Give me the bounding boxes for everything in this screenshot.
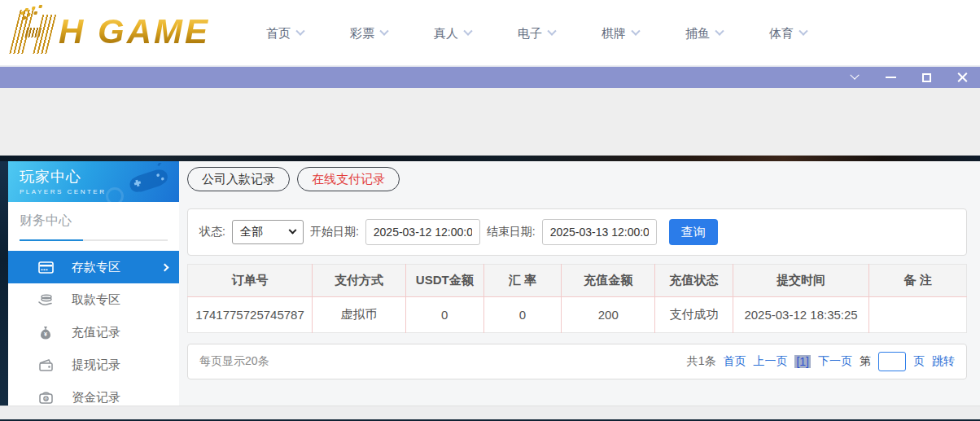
main-nav: 首页 彩票 真人 电子 棋牌 捕鱼 体育 — [266, 0, 807, 67]
section-divider — [20, 239, 168, 241]
query-button[interactable]: 查询 — [669, 219, 718, 245]
nav-item-cards[interactable]: 棋牌 — [602, 26, 639, 42]
finance-center-label: 财务中心 — [20, 213, 168, 230]
start-date-input[interactable] — [365, 219, 480, 245]
empty-panel — [0, 88, 980, 156]
col-usdt-amount: USDT金额 — [405, 265, 483, 297]
gamepad-icon — [125, 163, 173, 200]
chevron-right-icon — [161, 263, 169, 271]
end-date-label: 结束日期: — [487, 225, 536, 239]
maximize-button[interactable] — [920, 71, 933, 84]
sidebar-item-withdraw-zone[interactable]: 取款专区 — [8, 283, 179, 316]
minimize-icon — [886, 77, 896, 78]
sidebar-item-withdrawal-records[interactable]: 提现记录 — [8, 349, 179, 381]
nav-label: 棋牌 — [602, 26, 626, 42]
page-number-input[interactable] — [878, 352, 906, 371]
chevron-down-icon — [798, 27, 807, 36]
nav-item-sports[interactable]: 体育 — [769, 26, 807, 42]
nav-label: 体育 — [769, 26, 794, 42]
nav-label: 电子 — [518, 26, 542, 42]
page-size-label: 每页显示20条 — [199, 354, 269, 369]
nav-item-lottery[interactable]: 彩票 — [350, 26, 387, 42]
svg-text:¥: ¥ — [44, 331, 47, 337]
coin-purse-icon: ¥ — [37, 389, 54, 406]
chevron-down-icon — [631, 27, 640, 36]
end-date-input[interactable] — [542, 219, 657, 245]
nav-item-slots[interactable]: 电子 — [518, 26, 555, 42]
status-select-value: 全部 — [240, 225, 263, 239]
next-page-link[interactable]: 下一页 — [818, 354, 852, 369]
nav-label: 彩票 — [350, 26, 374, 42]
collapse-button[interactable] — [848, 71, 861, 84]
page-suffix-label: 页 — [913, 354, 925, 369]
site-header: H GAME 首页 彩票 真人 电子 棋牌 捕鱼 体育 — [0, 0, 980, 67]
nav-label: 真人 — [434, 26, 458, 42]
col-payment-method: 支付方式 — [313, 265, 406, 297]
col-recharge-amount: 充值金额 — [562, 265, 655, 297]
cell-submit-time: 2025-03-12 18:35:25 — [733, 297, 868, 333]
record-tabs: 公司入款记录 在线支付记录 — [187, 167, 967, 191]
jump-link[interactable]: 跳转 — [932, 354, 955, 369]
sidebar-item-recharge-records[interactable]: ¥ 充值记录 — [8, 316, 179, 349]
cell-remarks — [869, 297, 967, 333]
finance-center-section: 财务中心 — [8, 202, 179, 241]
pagination-bar: 每页显示20条 共1条 首页 上一页 [1] 下一页 第 页 跳转 — [187, 344, 967, 379]
divider-strip — [0, 156, 980, 161]
wallet-icon — [37, 357, 54, 373]
money-bag-icon: ¥ — [37, 324, 54, 340]
chevron-down-icon — [715, 27, 724, 36]
chevron-down-icon — [379, 27, 388, 36]
nav-label: 首页 — [266, 26, 291, 42]
workspace: 玩家中心 PLAYERS CENTER 财务中心 — [0, 161, 980, 406]
logo-text: H GAME — [59, 8, 210, 55]
chevron-down-icon — [463, 27, 472, 36]
payment-records-table: 订单号 支付方式 USDT金额 汇 率 充值金额 充值状态 提交时间 备 注 1… — [187, 264, 967, 333]
status-label: 状态: — [199, 225, 225, 239]
cell-order-number: 1741775725745787 — [188, 297, 313, 333]
prev-page-link[interactable]: 上一页 — [753, 354, 787, 369]
table-header-row: 订单号 支付方式 USDT金额 汇 率 充值金额 充值状态 提交时间 备 注 — [188, 265, 967, 297]
first-page-link[interactable]: 首页 — [723, 354, 746, 369]
sidebar-item-label: 充值记录 — [72, 325, 120, 340]
cell-recharge-status: 支付成功 — [655, 297, 733, 333]
maximize-icon — [922, 73, 931, 82]
pager: 共1条 首页 上一页 [1] 下一页 第 页 跳转 — [687, 352, 955, 371]
col-remarks: 备 注 — [869, 265, 967, 297]
nav-item-fishing[interactable]: 捕鱼 — [685, 26, 723, 42]
nav-item-live[interactable]: 真人 — [434, 26, 471, 42]
sidebar-item-label: 存款专区 — [72, 260, 120, 275]
nav-item-home[interactable]: 首页 — [266, 26, 304, 42]
chevron-down-icon — [288, 226, 296, 234]
sidebar-menu: 存款专区 取款专区 ¥ 充值记录 提现记录 — [8, 251, 179, 414]
circle-decoration — [106, 187, 124, 202]
main-content: 公司入款记录 在线支付记录 状态: 全部 开始日期: 结束日期: 查询 订单号 — [179, 161, 980, 406]
sidebar-item-label: 取款专区 — [72, 292, 120, 308]
col-exchange-rate: 汇 率 — [483, 265, 562, 297]
sidebar-item-funds-records[interactable]: ¥ 资金记录 — [8, 381, 179, 414]
status-select[interactable]: 全部 — [232, 220, 304, 244]
bank-card-icon — [37, 259, 54, 275]
current-page-indicator: [1] — [794, 355, 811, 368]
cell-payment-method: 虚拟币 — [313, 297, 406, 333]
chevron-down-icon — [547, 27, 556, 36]
cell-usdt-amount: 0 — [405, 297, 483, 333]
sidebar-item-deposit-zone[interactable]: 存款专区 — [8, 251, 179, 283]
left-edge-decoration — [0, 161, 8, 406]
start-date-label: 开始日期: — [310, 225, 359, 239]
sidebar-item-label: 提现记录 — [72, 357, 120, 373]
total-count-label: 共1条 — [687, 354, 716, 369]
table-row: 1741775725745787 虚拟币 0 0 200 支付成功 2025-0… — [188, 297, 967, 333]
close-button[interactable] — [956, 71, 969, 84]
sidebar: 玩家中心 PLAYERS CENTER 财务中心 — [8, 161, 179, 406]
tab-online-payment-records[interactable]: 在线支付记录 — [297, 167, 400, 191]
tab-company-deposit-records[interactable]: 公司入款记录 — [187, 167, 290, 191]
minimize-button[interactable] — [884, 71, 897, 84]
col-recharge-status: 充值状态 — [655, 265, 733, 297]
sidebar-item-label: 资金记录 — [72, 390, 120, 406]
chevron-down-icon — [295, 27, 304, 36]
logo-striped-h-icon — [2, 8, 61, 55]
brand-logo: H GAME — [8, 8, 210, 55]
col-order-number: 订单号 — [188, 265, 313, 297]
filter-panel: 状态: 全部 开始日期: 结束日期: 查询 — [187, 208, 967, 256]
col-submit-time: 提交时间 — [733, 265, 868, 297]
